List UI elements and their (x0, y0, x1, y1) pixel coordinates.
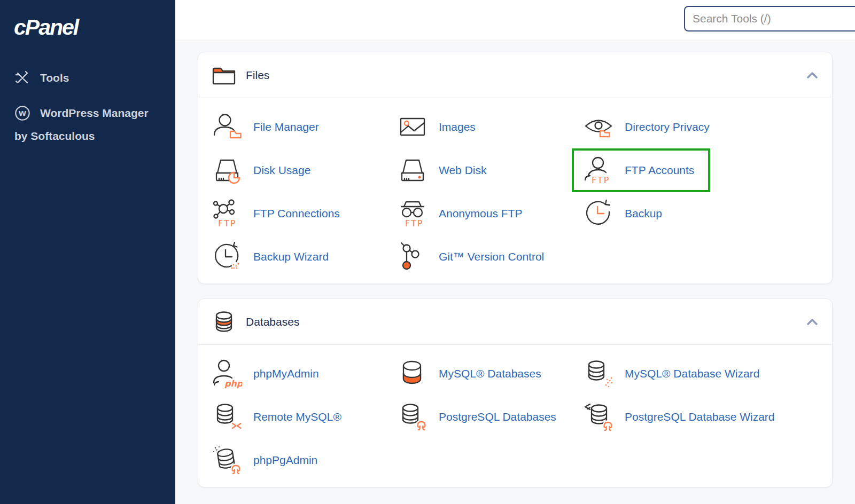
phpmyadmin-link[interactable]: phpphpMyAdmin (212, 358, 319, 389)
cpanel-logo[interactable]: cPanel (14, 15, 175, 40)
mysql-database-wizard-icon (583, 358, 614, 389)
tool-item-backup: Backup (583, 192, 821, 235)
tool-item-postgresql-databases: PostgreSQL Databases (397, 395, 583, 438)
tool-item-anonymous-ftp: FTPAnonymous FTP (397, 192, 583, 235)
git-version-control-link[interactable]: Git™ Version Control (397, 241, 544, 272)
mysql-databases-icon (397, 358, 428, 389)
directory-privacy-link[interactable]: Directory Privacy (583, 112, 710, 143)
svg-text:FTP: FTP (405, 218, 423, 229)
phppgadmin-icon (212, 445, 243, 476)
search-input[interactable] (684, 6, 855, 32)
tool-label: phpMyAdmin (253, 367, 319, 380)
main-area: Files File Manager Images Directory Priv… (175, 0, 855, 504)
tools-icon (14, 70, 30, 86)
tool-label: Remote MySQL® (253, 411, 341, 423)
tool-label: Images (439, 121, 476, 133)
postgresql-databases-link[interactable]: PostgreSQL Databases (397, 401, 556, 432)
tool-item-phppgadmin: phpPgAdmin (212, 438, 397, 482)
chevron-up-icon[interactable] (807, 319, 818, 325)
phpmyadmin-icon: php (212, 358, 243, 389)
section-header-databases[interactable]: Databases (198, 299, 832, 344)
sidebar-item-sublabel[interactable]: by Softaculous (0, 130, 175, 143)
section-card-files: Files File Manager Images Directory Priv… (198, 52, 833, 284)
postgresql-database-wizard-link[interactable]: PostgreSQL Database Wizard (583, 401, 775, 432)
tool-item-backup-wizard: Backup Wizard (212, 235, 397, 278)
tool-item-images: Images (397, 105, 583, 148)
tool-label: File Manager (253, 121, 319, 133)
postgresql-databases-icon (397, 401, 428, 432)
sidebar-item-tools[interactable]: Tools (0, 70, 175, 86)
tool-item-ftp-connections: FTPFTP Connections (212, 192, 397, 235)
tool-item-mysql-databases: MySQL® Databases (397, 352, 583, 395)
directory-privacy-icon (583, 112, 614, 143)
backup-wizard-link[interactable]: Backup Wizard (212, 241, 329, 272)
anonymous-ftp-icon: FTP (397, 198, 428, 229)
tool-label: Backup (625, 207, 662, 220)
file-manager-link[interactable]: File Manager (212, 112, 319, 143)
backup-wizard-icon (212, 241, 243, 272)
svg-text:FTP: FTP (592, 175, 610, 185)
tool-label: MySQL® Databases (439, 367, 541, 380)
ftp-accounts-link[interactable]: FTPFTP Accounts (572, 148, 710, 192)
mysql-database-wizard-link[interactable]: MySQL® Database Wizard (583, 358, 759, 389)
wordpress-icon: W (14, 105, 30, 121)
web-disk-link[interactable]: Web Disk (397, 155, 486, 186)
tool-item-remote-mysql: Remote MySQL® (212, 395, 397, 438)
tool-item-web-disk: Web Disk (397, 148, 583, 192)
tool-label: phpPgAdmin (253, 454, 317, 467)
images-icon (397, 112, 428, 143)
topbar (175, 0, 855, 41)
tool-label: Git™ Version Control (439, 250, 544, 263)
section-title: Databases (246, 316, 807, 328)
postgresql-database-wizard-icon (583, 401, 614, 432)
section-title: Files (246, 69, 807, 82)
backup-icon (583, 198, 614, 229)
backup-link[interactable]: Backup (583, 198, 662, 229)
sidebar-item-wordpress-manager[interactable]: W WordPress Manager (0, 105, 175, 121)
phppgadmin-link[interactable]: phpPgAdmin (212, 445, 317, 476)
tool-item-disk-usage: Disk Usage (212, 148, 397, 192)
ftp-connections-icon: FTP (212, 198, 243, 229)
tool-label: Anonymous FTP (439, 207, 522, 220)
tool-item-ftp-accounts: FTPFTP Accounts (583, 148, 821, 192)
tool-item-directory-privacy: Directory Privacy (583, 105, 821, 148)
sidebar-item-label: WordPress Manager (40, 107, 149, 120)
tool-item-git-version-control: Git™ Version Control (397, 235, 583, 278)
section-card-databases: Databases phpphpMyAdmin MySQL® Databases… (198, 298, 833, 487)
chevron-up-icon[interactable] (807, 72, 818, 78)
tool-label: FTP Connections (253, 207, 340, 220)
disk-usage-icon (212, 155, 243, 186)
folder-icon (212, 65, 236, 85)
tool-item-phpmyadmin: phpphpMyAdmin (212, 352, 397, 395)
remote-mysql-link[interactable]: Remote MySQL® (212, 401, 341, 432)
svg-text:FTP: FTP (218, 218, 236, 229)
remote-mysql-icon (212, 401, 243, 432)
tool-label: Directory Privacy (625, 121, 710, 133)
tool-label: MySQL® Database Wizard (625, 367, 759, 380)
sidebar-nav: Tools W WordPress Manager by Softaculous (0, 70, 175, 143)
disk-usage-link[interactable]: Disk Usage (212, 155, 310, 186)
content: Files File Manager Images Directory Priv… (175, 41, 855, 487)
anonymous-ftp-link[interactable]: FTPAnonymous FTP (397, 198, 522, 229)
section-header-files[interactable]: Files (198, 52, 832, 98)
tool-label: Web Disk (439, 164, 486, 177)
tool-item-file-manager: File Manager (212, 105, 397, 148)
tool-label: Disk Usage (253, 164, 310, 177)
tool-label: FTP Accounts (625, 164, 694, 177)
tool-label: PostgreSQL Database Wizard (625, 411, 775, 423)
svg-text:php: php (224, 379, 242, 389)
web-disk-icon (397, 155, 428, 186)
sidebar-item-label: Tools (40, 72, 69, 84)
tool-grid: phpphpMyAdmin MySQL® Databases MySQL® Da… (198, 345, 832, 487)
tool-label: PostgreSQL Databases (439, 411, 556, 423)
svg-text:W: W (19, 109, 27, 117)
database-icon (212, 311, 236, 333)
tool-grid: File Manager Images Directory Privacy Di… (198, 98, 832, 284)
tool-item-postgresql-database-wizard: PostgreSQL Database Wizard (583, 395, 821, 438)
ftp-connections-link[interactable]: FTPFTP Connections (212, 198, 340, 229)
mysql-databases-link[interactable]: MySQL® Databases (397, 358, 541, 389)
images-link[interactable]: Images (397, 112, 476, 143)
git-version-control-icon (397, 241, 428, 272)
ftp-accounts-icon: FTP (583, 155, 614, 186)
tool-item-mysql-database-wizard: MySQL® Database Wizard (583, 352, 821, 395)
